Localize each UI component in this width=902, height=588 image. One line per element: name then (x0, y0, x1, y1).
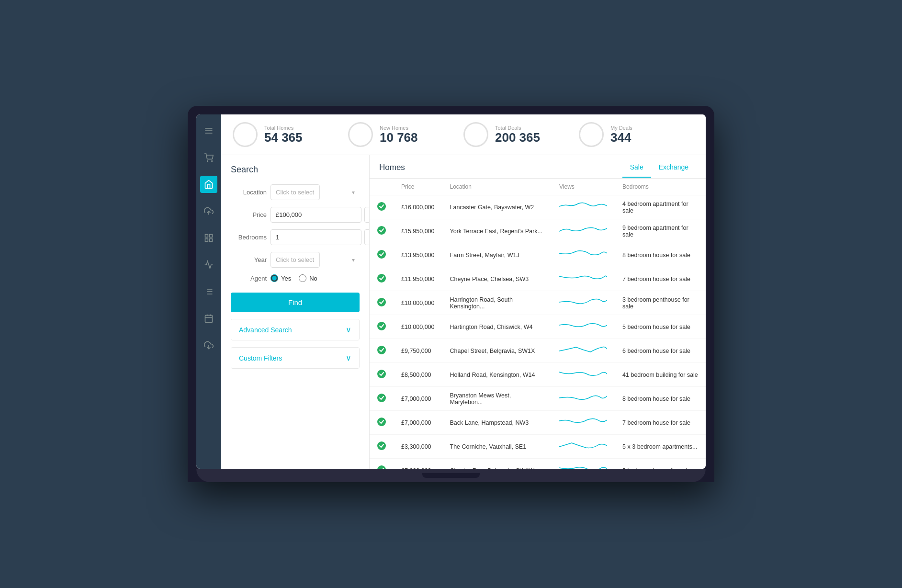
location-cell: Back Lane, Hampstead, NW3 (442, 411, 552, 435)
stat-my-deals: My Deals 344 (579, 122, 694, 147)
laptop-screen: Total Homes 54 365 New Homes 10 768 (196, 114, 706, 469)
bedrooms-cell: 8 bedroom house for sale (615, 243, 706, 267)
homes-table-container[interactable]: Price Location Views Bedrooms £16,000,00… (370, 179, 706, 469)
col-location: Location (442, 179, 552, 195)
table-row[interactable]: £11,950,000 Cheyne Place, Chelsea, SW3 7… (370, 267, 706, 291)
price-cell: £13,950,000 (394, 243, 442, 267)
advanced-search-chevron-icon: ∨ (346, 325, 351, 334)
views-cell (552, 387, 615, 411)
table-row[interactable]: £9,750,000 Chapel Street, Belgravia, SW1… (370, 339, 706, 363)
price-cell: £3,300,000 (394, 435, 442, 459)
custom-filters-header[interactable]: Custom Filters ∨ (231, 348, 359, 368)
bedrooms-min-input[interactable] (271, 229, 361, 245)
stat-circle-total-homes (233, 122, 258, 147)
bedrooms-cell: 4 bedroom apartment for sale (615, 195, 706, 219)
table-row[interactable]: £3,300,000 The Corniche, Vauxhall, SE1 5… (370, 435, 706, 459)
svg-point-31 (377, 441, 386, 450)
laptop-base (196, 469, 706, 482)
status-cell (370, 267, 394, 291)
price-cell: £7,000,000 (394, 411, 442, 435)
table-row[interactable]: £10,000,000 Harrington Road, South Kensi… (370, 291, 706, 315)
bedrooms-cell: 7 bedroom house for sale (615, 411, 706, 435)
bedrooms-cell: 5 bedroom house for sale (615, 459, 706, 469)
agent-no-radio[interactable] (299, 274, 306, 282)
sidebar-icon-upload[interactable] (200, 203, 217, 220)
sidebar-icon-calendar[interactable] (200, 310, 217, 327)
year-label: Year (231, 256, 267, 263)
homes-table: Price Location Views Bedrooms £16,000,00… (370, 179, 706, 469)
bedrooms-label: Bedrooms (231, 234, 267, 241)
year-row: Year Click to select (231, 252, 360, 268)
location-cell: Cheyne Place, Chelsea, SW3 (442, 267, 552, 291)
laptop-frame: Total Homes 54 365 New Homes 10 768 (188, 106, 714, 482)
stat-value-total-homes: 54 365 (264, 131, 303, 145)
status-cell (370, 339, 394, 363)
table-header-row: Price Location Views Bedrooms (370, 179, 706, 195)
price-cell: £16,000,000 (394, 195, 442, 219)
table-row[interactable]: £7,000,000 Chester Row, Belgravia, SW1W … (370, 459, 706, 469)
tab-exchange[interactable]: Exchange (651, 163, 696, 178)
bedrooms-cell: 6 bedroom house for sale (615, 339, 706, 363)
price-cell: £10,000,000 (394, 291, 442, 315)
agent-yes-radio[interactable] (271, 274, 278, 282)
bedrooms-row: Bedrooms (231, 229, 360, 245)
status-cell (370, 291, 394, 315)
bedrooms-max-input[interactable] (364, 229, 370, 245)
svg-point-26 (377, 322, 386, 330)
homes-title: Homes (379, 163, 405, 178)
views-cell (552, 411, 615, 435)
status-cell (370, 387, 394, 411)
stat-total-deals: Total Deals 200 365 (463, 122, 579, 147)
col-bedrooms: Bedrooms (615, 179, 706, 195)
table-row[interactable]: £15,950,000 York Terrace East, Regent's … (370, 219, 706, 243)
table-row[interactable]: £7,000,000 Bryanston Mews West, Marylebo… (370, 387, 706, 411)
sidebar-icon-download[interactable] (200, 337, 217, 354)
svg-point-4 (212, 161, 213, 162)
svg-point-23 (377, 250, 386, 259)
stat-circle-total-deals (463, 122, 488, 147)
location-cell: York Terrace East, Regent's Park... (442, 219, 552, 243)
laptop-notch (422, 473, 480, 478)
sidebar-icon-list[interactable] (200, 283, 217, 300)
homes-header: Homes Sale Exchange (370, 155, 706, 179)
price-min-input[interactable] (271, 207, 361, 223)
agent-yes-text: Yes (281, 275, 291, 282)
location-cell: Chester Row, Belgravia, SW1W (442, 459, 552, 469)
agent-radio-group: Yes No (271, 274, 317, 282)
svg-point-29 (377, 394, 386, 402)
bedrooms-cell: 8 bedroom house for sale (615, 387, 706, 411)
find-button[interactable]: Find (231, 293, 360, 312)
table-row[interactable]: £10,000,000 Hartington Road, Chiswick, W… (370, 315, 706, 339)
views-cell (552, 339, 615, 363)
svg-rect-6 (205, 235, 208, 237)
year-select[interactable]: Click to select (271, 252, 320, 268)
status-cell (370, 315, 394, 339)
svg-point-24 (377, 274, 386, 283)
price-cell: £7,000,000 (394, 459, 442, 469)
svg-rect-16 (205, 315, 213, 322)
svg-point-30 (377, 418, 386, 426)
advanced-search-header[interactable]: Advanced Search ∨ (231, 319, 359, 340)
sidebar-icon-menu[interactable] (200, 122, 217, 139)
price-max-input[interactable] (364, 207, 370, 223)
sidebar-icon-grid[interactable] (200, 229, 217, 247)
tab-sale[interactable]: Sale (622, 163, 651, 178)
table-row[interactable]: £8,500,000 Holland Road, Kensington, W14… (370, 363, 706, 387)
agent-yes-label[interactable]: Yes (271, 274, 291, 282)
advanced-search-section: Advanced Search ∨ (231, 319, 360, 340)
table-row[interactable]: £7,000,000 Back Lane, Hampstead, NW3 7 b… (370, 411, 706, 435)
views-cell (552, 243, 615, 267)
sidebar-icon-chart[interactable] (200, 256, 217, 273)
agent-row: Agent Yes No (231, 274, 360, 282)
location-select[interactable]: Click to select (271, 184, 320, 200)
table-row[interactable]: £13,950,000 Farm Street, Mayfair, W1J 8 … (370, 243, 706, 267)
table-row[interactable]: £16,000,000 Lancaster Gate, Bayswater, W… (370, 195, 706, 219)
main-content: Total Homes 54 365 New Homes 10 768 (221, 114, 706, 469)
agent-no-label[interactable]: No (299, 274, 317, 282)
search-title: Search (231, 165, 360, 175)
sidebar-icon-home[interactable] (200, 176, 217, 193)
sidebar-icon-cart[interactable] (200, 149, 217, 166)
custom-filters-chevron-icon: ∨ (346, 353, 351, 362)
svg-point-21 (377, 202, 386, 211)
stat-label-total-deals: Total Deals (495, 125, 540, 131)
